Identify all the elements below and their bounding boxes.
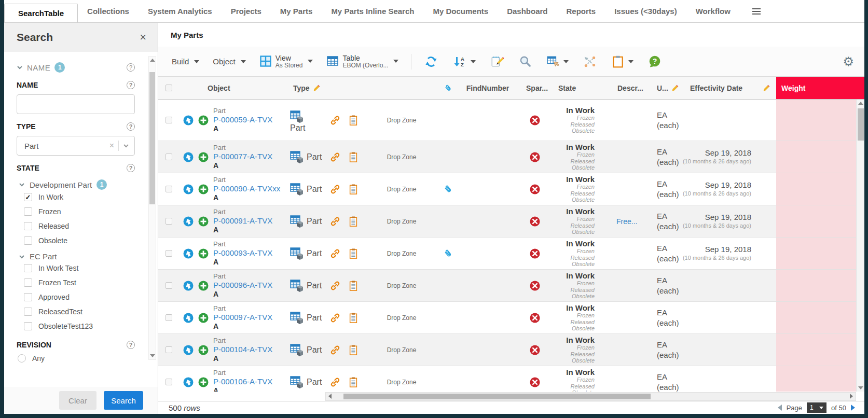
add-item-icon[interactable] bbox=[198, 216, 209, 227]
scroll-up-arrow[interactable] bbox=[858, 102, 863, 105]
help-button[interactable]: ? bbox=[642, 53, 667, 71]
drop-zone[interactable]: Drop Zone bbox=[363, 270, 440, 301]
clear-type-icon[interactable]: × bbox=[105, 141, 118, 150]
weight-cell[interactable] bbox=[776, 100, 856, 141]
help-icon[interactable]: ? bbox=[127, 341, 135, 349]
weight-cell[interactable] bbox=[776, 173, 856, 205]
state-option-releasedtest[interactable]: ReleasedTest bbox=[24, 308, 135, 316]
column-header-object[interactable]: Object bbox=[179, 77, 288, 99]
column-header-descr[interactable]: Descr... bbox=[598, 77, 644, 99]
part-number-link[interactable]: P-000077-A-TVX bbox=[213, 152, 272, 161]
revision-option-any[interactable]: Any bbox=[18, 354, 135, 363]
state-group-development-part[interactable]: Development Part 1 bbox=[19, 179, 135, 190]
column-header-attachment[interactable] bbox=[440, 77, 457, 99]
remove-x-icon[interactable] bbox=[530, 184, 540, 194]
findnumber-cell[interactable] bbox=[457, 302, 519, 333]
weight-cell[interactable] bbox=[776, 205, 856, 237]
row-checkbox[interactable] bbox=[166, 117, 172, 123]
horizontal-scrollbar[interactable] bbox=[325, 392, 856, 401]
scroll-left-arrow[interactable] bbox=[328, 394, 332, 399]
column-header-edit[interactable] bbox=[756, 77, 776, 99]
link-chain-icon[interactable] bbox=[329, 151, 341, 163]
table-menu[interactable]: TableEBOM (Overlo... bbox=[321, 52, 404, 72]
checkbox[interactable] bbox=[24, 308, 32, 316]
state-group-ec-part[interactable]: EC Part bbox=[19, 252, 135, 261]
state-option-frozen[interactable]: Frozen bbox=[24, 207, 135, 216]
clipboard-icon[interactable] bbox=[348, 344, 359, 356]
state-option-approved[interactable]: Approved bbox=[24, 293, 135, 301]
remove-x-icon[interactable] bbox=[530, 377, 540, 387]
row-checkbox[interactable] bbox=[166, 186, 172, 192]
drop-zone[interactable]: Drop Zone bbox=[363, 173, 440, 205]
menu-hamburger-icon[interactable] bbox=[747, 0, 766, 22]
state-option-obsoletetest123[interactable]: ObsoleteTest123 bbox=[24, 322, 135, 330]
findnumber-cell[interactable] bbox=[457, 270, 519, 301]
select-all-checkbox[interactable] bbox=[166, 85, 172, 91]
tab-reports[interactable]: Reports bbox=[557, 0, 605, 22]
open-item-icon[interactable] bbox=[183, 248, 194, 259]
radio-button[interactable] bbox=[18, 354, 26, 363]
column-header-effectivity[interactable]: Effectivity Date bbox=[681, 77, 756, 99]
findnumber-cell[interactable] bbox=[457, 334, 519, 366]
findnumber-cell[interactable] bbox=[457, 173, 519, 205]
build-menu[interactable]: Build bbox=[167, 55, 204, 68]
attachment-paperclip-icon[interactable] bbox=[443, 184, 453, 194]
column-header-type[interactable]: Type bbox=[288, 77, 327, 99]
clipboard-icon[interactable] bbox=[348, 312, 359, 324]
open-item-icon[interactable] bbox=[183, 115, 194, 126]
row-checkbox[interactable] bbox=[166, 218, 172, 225]
scrollbar-thumb[interactable] bbox=[858, 108, 864, 141]
part-number-link[interactable]: P-000090-A-TVXxx bbox=[213, 184, 280, 193]
object-menu[interactable]: Object bbox=[208, 55, 251, 68]
part-number-link[interactable]: P-000097-A-TVX bbox=[213, 313, 272, 322]
scrollbar-thumb[interactable] bbox=[343, 394, 651, 399]
edit-button[interactable] bbox=[485, 53, 509, 71]
drop-zone[interactable]: Drop Zone bbox=[363, 100, 440, 141]
tab-issues[interactable]: Issues (<30days) bbox=[605, 0, 686, 22]
search-rows-button[interactable] bbox=[513, 53, 538, 71]
chevron-down-icon[interactable] bbox=[123, 143, 129, 149]
row-checkbox[interactable] bbox=[166, 154, 172, 160]
part-number-link[interactable]: P-000106-A-TVX bbox=[213, 377, 272, 386]
findnumber-cell[interactable] bbox=[457, 141, 519, 173]
clipboard-icon[interactable] bbox=[348, 151, 359, 163]
remove-x-icon[interactable] bbox=[530, 216, 540, 227]
findnumber-cell[interactable] bbox=[457, 366, 519, 392]
column-header-spare[interactable]: Spar... bbox=[519, 77, 551, 99]
part-number-link[interactable]: P-000104-A-TVX bbox=[213, 345, 272, 354]
tab-system-analytics[interactable]: System Analytics bbox=[139, 0, 222, 22]
link-chain-icon[interactable] bbox=[329, 216, 341, 227]
close-icon[interactable]: × bbox=[140, 32, 146, 43]
next-page-arrow[interactable] bbox=[851, 405, 855, 411]
state-option-frozen-test[interactable]: Frozen Test bbox=[24, 278, 135, 287]
add-item-icon[interactable] bbox=[198, 248, 209, 259]
attachment-paperclip-icon[interactable] bbox=[443, 248, 453, 259]
open-item-icon[interactable] bbox=[183, 281, 194, 291]
tab-my-parts[interactable]: My Parts bbox=[271, 0, 322, 22]
row-checkbox[interactable] bbox=[166, 379, 172, 385]
state-option-obsolete[interactable]: Obsolete bbox=[24, 236, 135, 245]
link-chain-icon[interactable] bbox=[329, 184, 341, 195]
drop-zone[interactable]: Drop Zone bbox=[363, 238, 440, 269]
part-number-link[interactable]: P-000091-A-TVX bbox=[213, 216, 272, 225]
clipboard-icon[interactable] bbox=[348, 377, 359, 388]
description-link[interactable]: Free... bbox=[616, 217, 637, 226]
vertical-scrollbar[interactable] bbox=[856, 100, 864, 392]
part-number-link[interactable]: P-000093-A-TVX bbox=[213, 248, 272, 257]
remove-x-icon[interactable] bbox=[530, 152, 540, 162]
remove-x-icon[interactable] bbox=[530, 248, 540, 259]
clipboard-button[interactable] bbox=[605, 53, 639, 71]
add-item-icon[interactable] bbox=[198, 184, 209, 194]
scroll-down-arrow[interactable] bbox=[150, 354, 155, 357]
drop-zone[interactable]: Drop Zone bbox=[363, 334, 440, 366]
sort-button[interactable]: AZ bbox=[447, 53, 481, 71]
add-item-icon[interactable] bbox=[198, 377, 209, 387]
clear-button[interactable]: Clear bbox=[59, 391, 97, 410]
state-option-in-work[interactable]: In Work bbox=[24, 193, 135, 201]
column-header-uom[interactable]: U... bbox=[644, 77, 681, 99]
clipboard-icon[interactable] bbox=[348, 115, 359, 126]
clipboard-icon[interactable] bbox=[348, 184, 359, 195]
open-item-icon[interactable] bbox=[183, 313, 194, 323]
search-button[interactable]: Search bbox=[104, 391, 143, 410]
tab-collections[interactable]: Collections bbox=[78, 0, 139, 22]
